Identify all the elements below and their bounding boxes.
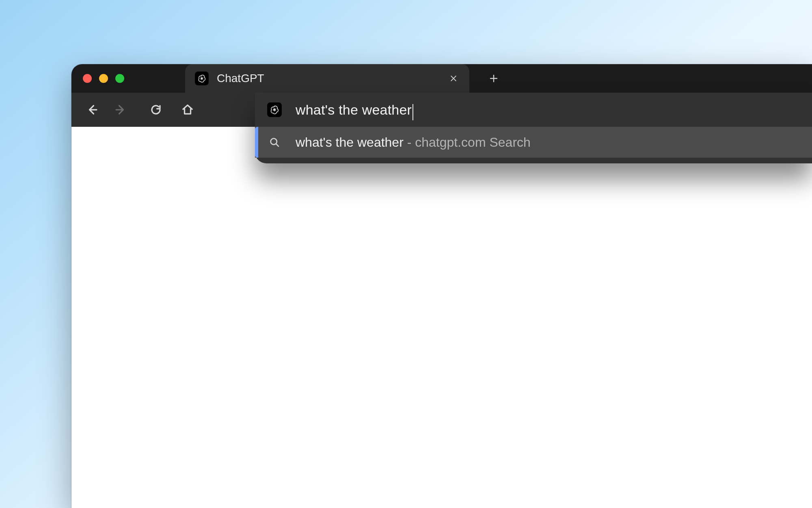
text-cursor <box>412 104 413 120</box>
suggestion-active-indicator <box>255 127 258 158</box>
close-icon <box>449 74 458 82</box>
arrow-left-icon <box>86 104 99 116</box>
reload-button[interactable] <box>144 98 168 122</box>
omnibox-input-text: what's the weather <box>296 102 412 118</box>
home-icon <box>181 104 194 116</box>
suggestion-query: what's the weather <box>296 135 404 150</box>
omnibox-input[interactable]: what's the weather <box>296 102 413 118</box>
minimize-window-button[interactable] <box>99 74 108 83</box>
tab-favicon <box>195 72 209 85</box>
browser-tab-active[interactable]: ChatGPT <box>185 64 469 93</box>
browser-window: ChatGPT <box>71 64 812 508</box>
omnibox-suggestion[interactable]: what's the weather - chatgpt.com Search <box>255 127 812 158</box>
new-tab-button[interactable] <box>482 64 506 93</box>
suggestion-separator: - <box>404 135 415 150</box>
page-content <box>71 127 812 508</box>
openai-logo-icon <box>197 74 206 83</box>
reload-icon <box>150 104 162 116</box>
suggestion-text: what's the weather - chatgpt.com Search <box>296 135 531 150</box>
tab-strip: ChatGPT <box>71 64 812 93</box>
close-window-button[interactable] <box>83 74 92 83</box>
omnibox-input-row[interactable]: what's the weather <box>255 93 812 127</box>
plus-icon <box>489 74 499 83</box>
omnibox-site-icon <box>267 102 282 117</box>
omnibox-dropdown: what's the weather what's the weather - … <box>255 93 812 163</box>
back-button[interactable] <box>80 98 105 122</box>
openai-logo-icon <box>270 105 279 115</box>
maximize-window-button[interactable] <box>115 74 124 83</box>
home-button[interactable] <box>175 98 200 122</box>
tab-title: ChatGPT <box>217 72 447 85</box>
search-icon <box>267 135 282 150</box>
forward-button[interactable] <box>108 98 132 122</box>
tab-close-button[interactable] <box>447 72 460 85</box>
arrow-right-icon <box>114 104 126 116</box>
window-controls <box>83 74 124 83</box>
suggestion-source: chatgpt.com Search <box>415 135 531 150</box>
